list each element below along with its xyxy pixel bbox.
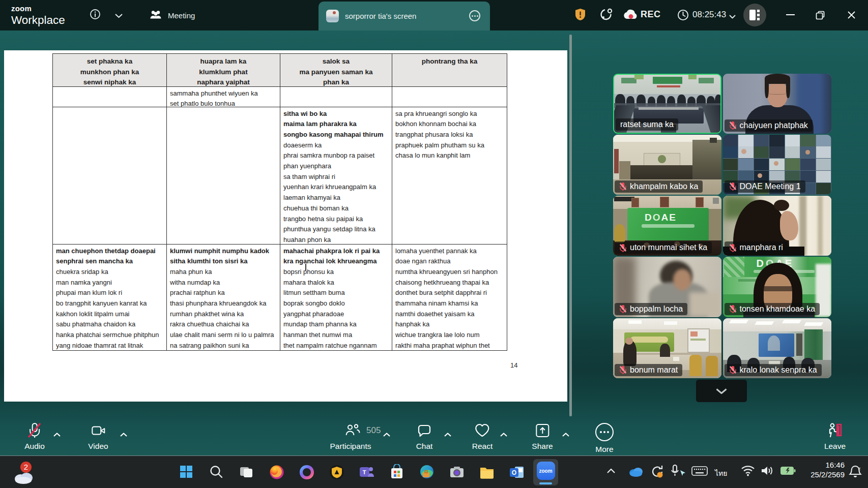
- svg-text:z: z: [858, 466, 861, 471]
- svg-text:O: O: [512, 469, 516, 476]
- svg-text:T: T: [363, 469, 366, 475]
